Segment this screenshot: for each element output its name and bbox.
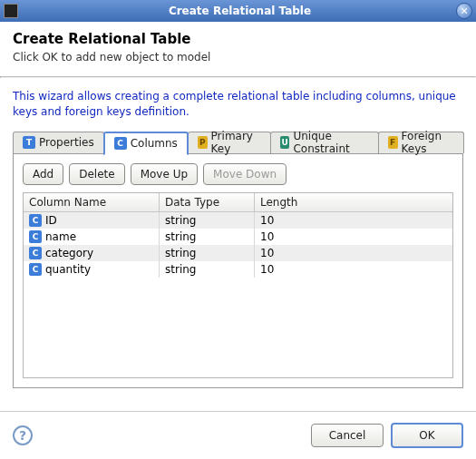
cell-column-name[interactable]: Cname	[24, 229, 160, 245]
tab-properties[interactable]: T Properties	[13, 132, 104, 153]
tab-label: Unique Constraint	[293, 130, 368, 155]
tab-label: Primary Key	[211, 130, 261, 155]
cell-data-type[interactable]: string	[160, 261, 255, 278]
cell-column-name[interactable]: CID	[24, 212, 160, 229]
table-row[interactable]: CIDstring10	[24, 212, 452, 229]
cell-text: ID	[45, 214, 57, 227]
tab-label: Foreign Keys	[402, 130, 454, 155]
move-up-button[interactable]: Move Up	[131, 163, 198, 185]
column-header-length[interactable]: Length	[255, 193, 452, 211]
table-icon: T	[23, 136, 35, 149]
columns-panel: Add Delete Move Up Move Down Column Name…	[13, 154, 463, 388]
table-body: CIDstring10Cnamestring10Ccategorystring1…	[24, 212, 452, 278]
move-down-button: Move Down	[203, 163, 287, 185]
window-title: Create Relational Table	[24, 5, 456, 17]
wizard-description: This wizard allows creating a complete r…	[13, 89, 463, 120]
unique-icon: U	[280, 136, 290, 149]
table-row[interactable]: Cquantitystring10	[24, 261, 452, 278]
dialog-title: Create Relational Table	[13, 31, 463, 47]
column-header-type[interactable]: Data Type	[160, 193, 255, 211]
dialog-footer: ? Cancel OK	[0, 411, 476, 459]
ok-button[interactable]: OK	[391, 423, 463, 448]
tab-unique-constraint[interactable]: U Unique Constraint	[270, 132, 379, 153]
cell-data-type[interactable]: string	[160, 212, 255, 229]
system-menu-icon[interactable]	[4, 4, 18, 18]
tab-label: Properties	[39, 136, 94, 149]
cell-length[interactable]: 10	[255, 229, 452, 245]
key-icon: P	[198, 136, 208, 149]
dialog-header: Create Relational Table Click OK to add …	[0, 22, 476, 76]
close-icon[interactable]: ✕	[456, 3, 472, 19]
cell-text: category	[45, 247, 93, 259]
add-button[interactable]: Add	[23, 163, 63, 185]
columns-table[interactable]: Column Name Data Type Length CIDstring10…	[23, 192, 453, 378]
dialog-subtitle: Click OK to add new object to model	[13, 51, 463, 63]
column-icon: C	[29, 263, 42, 276]
titlebar: Create Relational Table ✕	[0, 0, 476, 22]
table-row[interactable]: Ccategorystring10	[24, 245, 452, 261]
table-header: Column Name Data Type Length	[24, 193, 452, 212]
cell-data-type[interactable]: string	[160, 245, 255, 261]
tab-strip: T Properties C Columns P Primary Key U U…	[13, 131, 463, 154]
column-header-name[interactable]: Column Name	[24, 193, 160, 211]
delete-button[interactable]: Delete	[69, 163, 124, 185]
column-icon: C	[29, 230, 42, 243]
tab-primary-key[interactable]: P Primary Key	[188, 132, 271, 153]
tab-foreign-keys[interactable]: F Foreign Keys	[378, 132, 464, 153]
cell-text: name	[45, 230, 76, 243]
help-icon[interactable]: ?	[13, 425, 33, 445]
toolbar: Add Delete Move Up Move Down	[23, 163, 453, 185]
column-icon: C	[114, 137, 127, 150]
cell-length[interactable]: 10	[255, 261, 452, 278]
cancel-button[interactable]: Cancel	[311, 424, 384, 447]
column-icon: C	[29, 214, 42, 227]
cell-length[interactable]: 10	[255, 245, 452, 261]
cell-data-type[interactable]: string	[160, 229, 255, 245]
cell-column-name[interactable]: Cquantity	[24, 261, 160, 278]
tab-columns[interactable]: C Columns	[103, 132, 189, 155]
column-icon: C	[29, 247, 42, 259]
foreign-key-icon: F	[388, 136, 398, 149]
cell-length[interactable]: 10	[255, 212, 452, 229]
table-row[interactable]: Cnamestring10	[24, 229, 452, 245]
cell-column-name[interactable]: Ccategory	[24, 245, 160, 261]
tab-label: Columns	[131, 137, 178, 150]
cell-text: quantity	[45, 263, 91, 276]
